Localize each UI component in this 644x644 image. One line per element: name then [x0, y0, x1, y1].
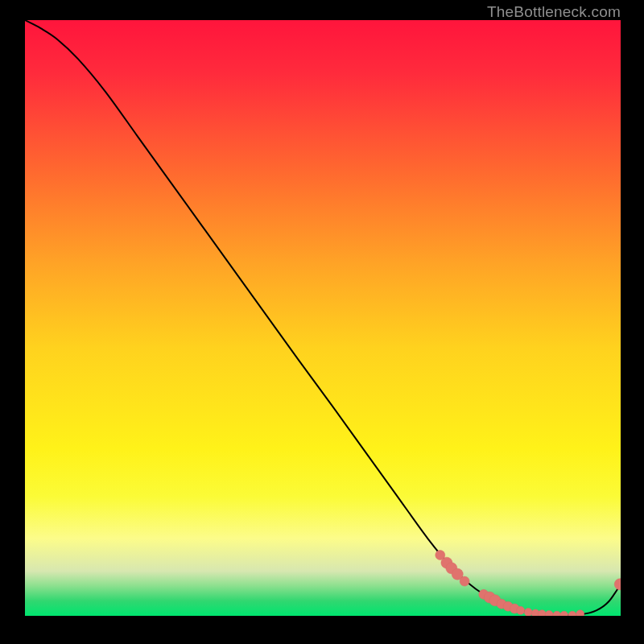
data-marker [545, 611, 553, 616]
plot-area [25, 20, 621, 616]
data-marker [614, 579, 621, 590]
curve-layer [25, 20, 621, 616]
chart-stage: TheBottleneck.com [0, 0, 644, 644]
data-marker [538, 610, 546, 616]
data-marker [568, 611, 576, 616]
data-marker [576, 610, 584, 616]
data-marker [517, 606, 525, 614]
data-marker [524, 609, 532, 616]
data-marker [553, 611, 561, 616]
marker-group [436, 551, 621, 616]
watermark-text: TheBottleneck.com [487, 3, 621, 21]
data-marker [560, 611, 568, 616]
data-marker [460, 576, 469, 586]
bottleneck-curve [25, 20, 621, 615]
